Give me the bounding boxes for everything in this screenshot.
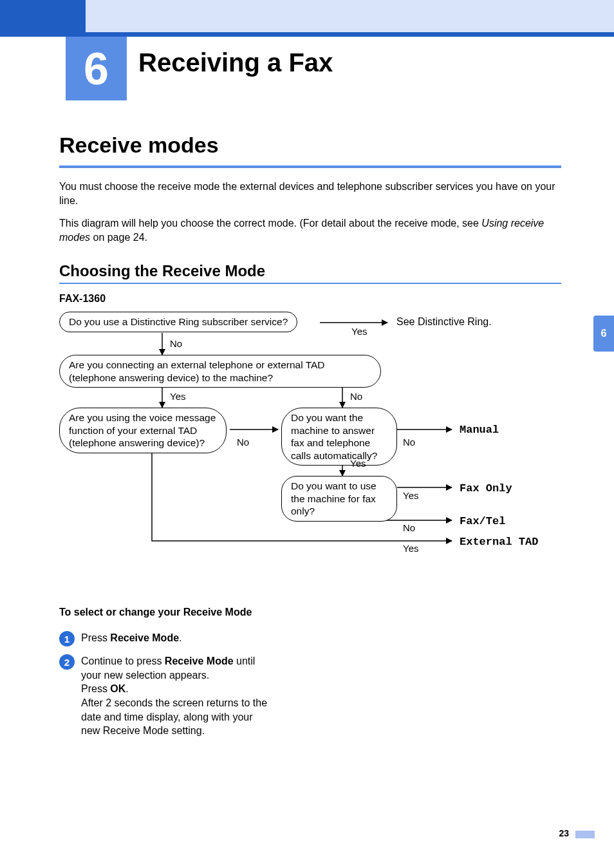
flow-q3-no: No xyxy=(237,437,249,448)
flow-q3-yes: Yes xyxy=(403,543,418,554)
step-2-badge: 2 xyxy=(59,654,75,670)
flow-q2-yes: Yes xyxy=(170,391,185,402)
header-bar xyxy=(0,0,614,32)
step-2: 2 Continue to press Receive Mode until y… xyxy=(59,654,310,738)
side-tab: 6 xyxy=(593,316,614,352)
flow-q1-no: No xyxy=(170,338,182,349)
page-number-accent xyxy=(575,831,595,838)
step-2-f: . xyxy=(126,683,128,694)
step-2-e: OK xyxy=(110,683,126,694)
flow-result-exttad: External TAD xyxy=(460,536,538,548)
subsection-heading: Choosing the Receive Mode xyxy=(59,262,561,280)
step-2-b: Receive Mode xyxy=(165,656,234,666)
chapter-title: Receiving a Fax xyxy=(138,48,333,77)
model-label: FAX-1360 xyxy=(59,293,561,305)
steps-heading: To select or change your Receive Mode xyxy=(59,606,252,619)
para2-text-a: This diagram will help you choose the co… xyxy=(59,218,481,229)
header-rule xyxy=(0,32,614,37)
step-1-text: Press Receive Mode. xyxy=(81,631,268,645)
flow-q5: Do you want to use the machine for fax o… xyxy=(281,476,397,521)
receive-mode-flowchart: Do you use a Distinctive Ring subscriber… xyxy=(59,311,561,569)
flow-result-manual: Manual xyxy=(460,424,499,436)
step-2-text: Continue to press Receive Mode until you… xyxy=(81,654,268,738)
step-1-b: Receive Mode xyxy=(110,632,179,643)
step-2-g: After 2 seconds the screen returns to th… xyxy=(81,697,267,736)
flow-q1-yes: Yes xyxy=(351,326,367,337)
chapter-badge: 6 xyxy=(66,37,127,100)
step-1-a: Press xyxy=(81,632,110,643)
section-heading: Receive modes xyxy=(59,133,561,158)
step-1: 1 Press Receive Mode. xyxy=(59,631,310,646)
page-content: Receive modes You must choose the receiv… xyxy=(59,129,561,746)
flow-q4: Do you want the machine to answer fax an… xyxy=(281,408,397,466)
flow-result-distinctive: See Distinctive Ring. xyxy=(396,316,492,328)
page-number: 23 xyxy=(559,828,569,838)
step-2-a: Continue to press xyxy=(81,656,165,666)
flow-q3: Are you using the voice message function… xyxy=(59,408,227,453)
intro-paragraph-2: This diagram will help you choose the co… xyxy=(59,216,561,244)
flow-q5-no: No xyxy=(403,522,415,533)
flow-result-faxtel: Fax/Tel xyxy=(460,515,505,527)
flow-q2: Are you connecting an external telephone… xyxy=(59,355,381,388)
step-1-c: . xyxy=(179,632,181,643)
flow-q1: Do you use a Distinctive Ring subscriber… xyxy=(59,312,297,332)
subsection-heading-rule xyxy=(59,283,561,284)
flow-q4-no: No xyxy=(403,437,415,448)
step-2-d: Press xyxy=(81,683,110,694)
section-heading-rule xyxy=(59,165,561,168)
flow-result-faxonly: Fax Only xyxy=(460,482,512,495)
step-1-badge: 1 xyxy=(59,631,75,646)
intro-paragraph-1: You must choose the receive mode the ext… xyxy=(59,180,561,207)
flow-q5-yes: Yes xyxy=(403,490,418,501)
flow-q2-no: No xyxy=(350,391,362,402)
para2-text-b: on page 24. xyxy=(90,232,147,243)
flow-q4-yes: Yes xyxy=(350,458,366,469)
header-accent xyxy=(0,0,86,32)
